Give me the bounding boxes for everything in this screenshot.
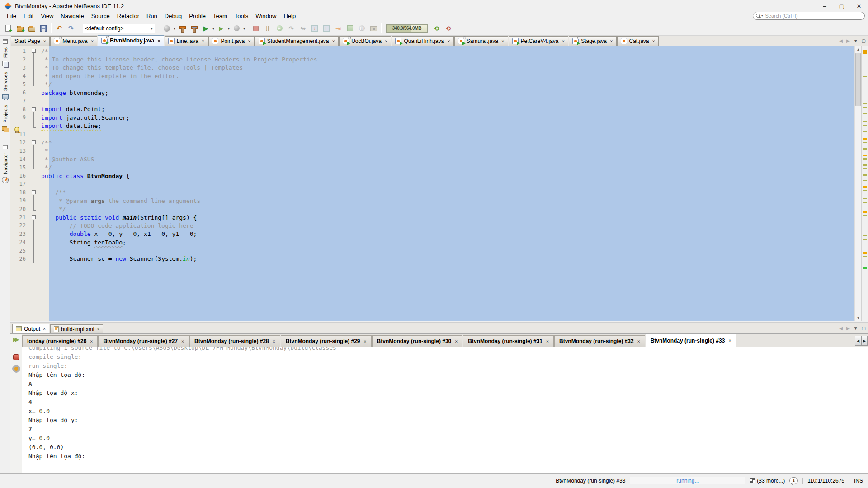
close-tab-icon[interactable]: × bbox=[364, 339, 367, 344]
fold-margin[interactable] bbox=[28, 205, 39, 213]
fold-margin[interactable] bbox=[28, 105, 39, 113]
output-tab-build-impl-xml[interactable]: build-impl.xml× bbox=[50, 324, 103, 333]
warnings-status-icon[interactable] bbox=[863, 50, 867, 54]
build-project-icon[interactable] bbox=[176, 23, 188, 34]
close-tab-icon[interactable]: × bbox=[455, 339, 458, 344]
redo-icon[interactable]: ↷ bbox=[65, 23, 77, 34]
fold-collapse-icon[interactable] bbox=[32, 49, 36, 53]
menu-window[interactable]: Window bbox=[252, 12, 280, 20]
config-combobox[interactable]: <default config>▾ bbox=[83, 24, 155, 33]
editor-tab-start-page[interactable]: Start Page× bbox=[11, 36, 50, 46]
fold-margin[interactable] bbox=[28, 238, 39, 246]
run-tab[interactable]: BtvnMonday (run-single) #28× bbox=[189, 335, 280, 347]
close-tab-icon[interactable]: × bbox=[546, 339, 549, 344]
search-box[interactable]: ▾ Search (Ctrl+I) bbox=[753, 12, 865, 20]
code-editor[interactable]: 1/*2 * To change this license header, ch… bbox=[10, 46, 868, 321]
fold-margin[interactable] bbox=[28, 130, 39, 138]
ant-settings-icon[interactable] bbox=[13, 366, 19, 372]
menu-navigate[interactable]: Navigate bbox=[57, 12, 87, 20]
console-output[interactable]: Compiling 1 source file to C:\Users\ASUS… bbox=[22, 347, 868, 473]
close-tab-icon[interactable]: × bbox=[43, 326, 46, 331]
sidebar-item-navigator[interactable]: Navigator bbox=[2, 153, 9, 183]
debug-project-icon[interactable]: ▶ bbox=[215, 23, 227, 34]
run-to-cursor-icon[interactable]: ⇥ bbox=[332, 23, 344, 34]
run-tabs-scroll-left-icon[interactable]: ◀ bbox=[855, 336, 861, 346]
fold-margin[interactable] bbox=[28, 113, 39, 122]
fold-collapse-icon[interactable] bbox=[32, 215, 36, 219]
fold-margin[interactable] bbox=[28, 147, 39, 155]
stripe-mark[interactable] bbox=[863, 256, 867, 257]
scroll-up-icon[interactable]: ▲ bbox=[855, 46, 862, 53]
stripe-mark[interactable] bbox=[863, 107, 867, 108]
editor-tab-petcarev4-java[interactable]: PetCareV4.java× bbox=[509, 36, 569, 46]
fold-margin[interactable] bbox=[28, 172, 39, 180]
error-stripe[interactable] bbox=[861, 46, 868, 321]
maximize-editor-icon[interactable]: ▢ bbox=[862, 38, 866, 43]
tab-list-dropdown-icon[interactable]: ▼ bbox=[854, 38, 858, 43]
editor-tab-samurai-java[interactable]: Samurai.java× bbox=[454, 36, 508, 46]
fold-margin[interactable] bbox=[28, 221, 39, 230]
fold-margin[interactable] bbox=[28, 246, 39, 254]
notifications-icon[interactable]: 1 bbox=[789, 477, 798, 484]
close-tab-icon[interactable]: × bbox=[248, 38, 251, 44]
close-tab-icon[interactable]: × bbox=[610, 38, 613, 44]
stripe-mark[interactable] bbox=[863, 215, 867, 216]
pause-io-icon[interactable]: ❚❚ bbox=[356, 23, 368, 34]
stripe-mark[interactable] bbox=[863, 174, 867, 176]
editor-tab-point-java[interactable]: Point.java× bbox=[208, 36, 254, 46]
close-tab-icon[interactable]: × bbox=[273, 339, 275, 344]
close-tab-icon[interactable]: × bbox=[501, 38, 505, 44]
stripe-mark[interactable] bbox=[863, 198, 867, 199]
sidebar-item-projects[interactable]: Projects bbox=[2, 105, 9, 132]
editor-tab-btvnmonday-java[interactable]: BtvnMonday.java× bbox=[98, 35, 164, 46]
fold-margin[interactable] bbox=[28, 155, 39, 163]
step-out-icon[interactable]: ↑ bbox=[321, 23, 332, 34]
search-dropdown-icon[interactable]: ▾ bbox=[761, 14, 763, 18]
sidebar-item-files[interactable]: Files bbox=[2, 47, 9, 67]
stripe-mark[interactable] bbox=[863, 239, 867, 240]
menu-view[interactable]: View bbox=[37, 12, 57, 20]
fold-margin[interactable] bbox=[28, 72, 39, 80]
close-tab-icon[interactable]: × bbox=[181, 339, 184, 344]
stripe-mark[interactable] bbox=[863, 76, 867, 77]
fold-margin[interactable] bbox=[28, 180, 39, 188]
gui-snapshot-icon[interactable] bbox=[368, 23, 379, 34]
memory-indicator[interactable]: 340.0/564.0MB bbox=[386, 24, 428, 33]
profile-project-icon[interactable]: ◔ bbox=[231, 23, 242, 34]
menu-run[interactable]: Run bbox=[143, 12, 161, 20]
fold-margin[interactable] bbox=[28, 213, 39, 221]
run-project-icon[interactable]: ▶ bbox=[200, 23, 212, 34]
stripe-mark[interactable] bbox=[863, 168, 867, 169]
close-tab-icon[interactable]: × bbox=[562, 38, 565, 44]
new-project-icon[interactable]: + bbox=[14, 23, 26, 34]
stripe-mark[interactable] bbox=[863, 113, 867, 114]
maximize-button[interactable]: ▢ bbox=[833, 0, 850, 11]
close-tab-icon[interactable]: × bbox=[447, 38, 450, 44]
run-tab[interactable]: BtvnMonday (run-single) #33× bbox=[646, 334, 736, 347]
scroll-tabs-left-icon[interactable]: ◀ bbox=[839, 38, 843, 43]
editor-vertical-scrollbar[interactable]: ▲ ▼ bbox=[854, 46, 861, 321]
stripe-mark[interactable] bbox=[863, 235, 867, 236]
apply-code-changes-icon[interactable] bbox=[344, 23, 356, 34]
fold-margin[interactable] bbox=[28, 163, 39, 171]
close-tab-icon[interactable]: × bbox=[90, 339, 93, 344]
close-tab-icon[interactable]: × bbox=[332, 38, 335, 44]
step-into-icon[interactable]: ↓ bbox=[309, 23, 321, 34]
fold-collapse-icon[interactable] bbox=[32, 107, 36, 111]
combo-dropdown-icon[interactable]: ▾ bbox=[151, 26, 153, 31]
undo-icon[interactable]: ↶ bbox=[53, 23, 65, 34]
output-tab-output[interactable]: Output× bbox=[12, 324, 49, 333]
close-tab-icon[interactable]: × bbox=[157, 38, 160, 44]
run-tab[interactable]: londay (run-single) #26× bbox=[22, 335, 98, 347]
menu-debug[interactable]: Debug bbox=[161, 12, 185, 20]
close-button[interactable]: ✕ bbox=[850, 0, 868, 11]
fold-margin[interactable] bbox=[28, 188, 39, 197]
stripe-mark[interactable] bbox=[863, 142, 867, 143]
editor-tab-cat-java[interactable]: Cat.java× bbox=[617, 36, 659, 46]
run-tab[interactable]: BtvnMonday (run-single) #32× bbox=[554, 335, 645, 347]
reload-b-icon[interactable]: ⟲ bbox=[442, 23, 454, 34]
maximize-output-icon[interactable]: ▢ bbox=[862, 326, 866, 331]
fold-margin[interactable] bbox=[28, 230, 39, 238]
menu-refactor[interactable]: Refactor bbox=[113, 12, 143, 20]
stripe-mark[interactable] bbox=[863, 121, 867, 122]
